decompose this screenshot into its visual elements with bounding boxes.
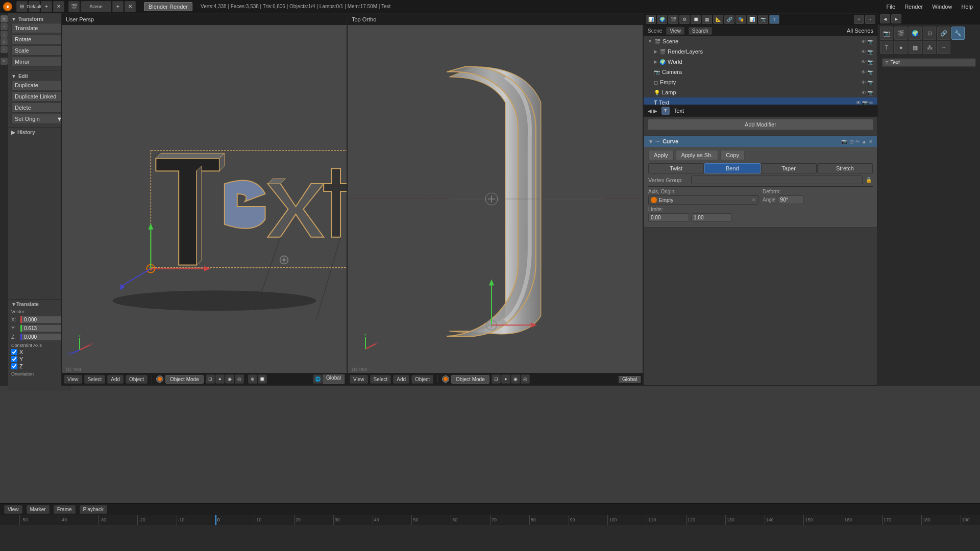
scene-render[interactable]: 📷 xyxy=(867,39,873,44)
timeline-marker-btn[interactable]: Marker xyxy=(27,505,50,514)
viewport-left[interactable]: User Persp xyxy=(61,13,347,386)
menu-file[interactable]: File xyxy=(882,3,899,11)
physics-tab-icon[interactable]: ~ xyxy=(1,46,8,53)
outliner-prop-icon-4[interactable]: ⚙ xyxy=(679,15,690,24)
scene-name[interactable]: Scene xyxy=(81,1,111,12)
camera-render-icon[interactable]: 📷 xyxy=(867,69,873,75)
create-tab-icon[interactable]: + xyxy=(1,23,8,30)
rprop-material-icon[interactable]: ● xyxy=(894,41,908,54)
history-header[interactable]: ▶ History — xyxy=(11,130,66,135)
remove-scene-icon[interactable]: ✕ xyxy=(125,1,136,12)
outliner-prop-icon-5[interactable]: 🔲 xyxy=(691,15,701,24)
vl-global-label[interactable]: Global xyxy=(323,374,345,384)
x-constraint-check[interactable] xyxy=(11,349,17,355)
apply-as-sh-button[interactable]: Apply as Sh. xyxy=(676,150,719,160)
rprop-physics-icon[interactable]: ~ xyxy=(937,41,950,54)
vl-rendered-btn[interactable]: ◎ xyxy=(235,374,244,384)
delete-button[interactable]: Delete xyxy=(11,103,66,113)
apply-button[interactable]: Apply xyxy=(648,150,674,160)
viewport-left-canvas[interactable]: X Y Z xyxy=(62,25,347,373)
vl-object-mode[interactable]: Object Mode xyxy=(165,375,204,384)
screen-layout-icon[interactable]: ⊞ xyxy=(16,1,28,12)
z-constraint-check[interactable] xyxy=(11,363,17,369)
modifier-viewport-icon[interactable]: ⊡ xyxy=(849,139,853,144)
outliner-item-world[interactable]: ▶ 🌍 World 👁 📷 xyxy=(644,57,877,67)
vl-select-btn[interactable]: Select xyxy=(84,375,106,384)
outliner-prop-icon-10[interactable]: 📊 xyxy=(747,15,757,24)
z-value-input[interactable] xyxy=(20,333,66,341)
tab-stretch[interactable]: Stretch xyxy=(817,163,873,173)
rprop-particles-icon[interactable]: ⁂ xyxy=(923,41,936,54)
outliner-item-renderlayers[interactable]: ▶ 🎬 RenderLayers 👁 📷 xyxy=(644,46,877,57)
vl-view-btn[interactable]: View xyxy=(64,375,82,384)
rprop-texture-icon[interactable]: ▦ xyxy=(909,41,922,54)
camera-eye[interactable]: 👁 xyxy=(861,69,866,75)
rprop-render-icon[interactable]: 📷 xyxy=(880,27,893,40)
tools-tab-icon[interactable]: T xyxy=(1,15,8,22)
outliner-prop-icon-2[interactable]: 🌍 xyxy=(657,15,667,24)
vr-add-btn[interactable]: Add xyxy=(393,375,409,384)
vl-snap-btn[interactable]: 🔲 xyxy=(258,374,267,384)
copy-button[interactable]: Copy xyxy=(720,150,745,160)
outliner-search-btn[interactable]: Search xyxy=(689,27,712,35)
outliner-item-scene[interactable]: ▼ 🎬 Scene 👁 📷 xyxy=(644,36,877,46)
rprop-object-icon[interactable]: ⊡ xyxy=(923,27,936,40)
rl-eye[interactable]: 👁 xyxy=(861,49,866,55)
viewport-right-canvas[interactable]: X Y xyxy=(348,25,643,373)
duplicate-button[interactable]: Duplicate xyxy=(11,80,66,90)
relations-tab-icon[interactable]: ↕ xyxy=(1,31,8,38)
translate-button[interactable]: Translate xyxy=(11,23,66,33)
rprop-constraints-icon[interactable]: 🔗 xyxy=(937,27,950,40)
outliner-prop-icon-1[interactable]: 📊 xyxy=(646,15,656,24)
outliner-prop-icon-9[interactable]: 🎭 xyxy=(736,15,746,24)
outliner-prop-icon-12[interactable]: T xyxy=(769,15,779,24)
outliner-prop-icon-7[interactable]: 📐 xyxy=(713,15,723,24)
grease-pencil-tab-icon[interactable]: ✏ xyxy=(1,58,8,65)
add-modifier-button[interactable]: Add Modifier xyxy=(648,119,873,130)
vl-object-btn[interactable]: Object xyxy=(126,375,148,384)
prop-obj-name-field[interactable]: T Text xyxy=(882,58,976,67)
text-eye[interactable]: 👁 xyxy=(856,100,861,105)
timeline-playhead[interactable] xyxy=(215,515,216,525)
menu-window[interactable]: Window xyxy=(928,3,956,11)
limit2-input[interactable] xyxy=(691,213,732,222)
outliner-prop-icon-8[interactable]: 🔗 xyxy=(724,15,734,24)
add-screen-icon[interactable]: + xyxy=(41,1,52,12)
menu-render[interactable]: Render xyxy=(900,3,927,11)
limit1-input[interactable] xyxy=(648,213,689,222)
timeline-canvas[interactable]: -50 -40 -30 -20 -10 0 10 20 30 40 50 60 … xyxy=(0,515,980,551)
y-constraint-check[interactable] xyxy=(11,356,17,362)
outliner-all-scenes[interactable]: All Scenes xyxy=(847,28,873,34)
remove-screen-icon[interactable]: ✕ xyxy=(53,1,64,12)
outliner-item-text[interactable]: T Text 👁 📷 ✏ xyxy=(644,97,877,105)
mirror-button[interactable]: Mirror xyxy=(11,57,66,67)
empty-render-icon[interactable]: 📷 xyxy=(867,80,873,85)
scene-eye[interactable]: 👁 xyxy=(861,39,866,44)
outliner-view-btn[interactable]: View xyxy=(666,27,684,35)
outliner-add-btn[interactable]: + xyxy=(854,15,864,24)
outliner-prop-icon-6[interactable]: ▦ xyxy=(702,15,712,24)
timeline-playback-btn[interactable]: Playback xyxy=(80,505,108,514)
vr-solid-btn[interactable]: ● xyxy=(501,374,510,384)
empty-eye[interactable]: 👁 xyxy=(861,80,866,85)
viewport-right[interactable]: Top Ortho xyxy=(347,13,643,386)
scene-icon[interactable]: 🎬 xyxy=(68,1,80,12)
vr-global-label[interactable]: Global xyxy=(619,376,641,383)
transform-header[interactable]: ▼ Transform — xyxy=(11,15,66,23)
vl-manipulator-btn[interactable]: ⊕ xyxy=(248,374,257,384)
outliner-remove-btn[interactable]: - xyxy=(865,15,875,24)
outliner-item-lamp[interactable]: 💡 Lamp 👁 📷 xyxy=(644,87,877,97)
vl-global-btn[interactable]: 🌐 xyxy=(313,374,322,384)
vertex-group-lock-icon[interactable]: 🔒 xyxy=(865,176,873,184)
set-origin-dropdown[interactable]: Set Origin ▼ xyxy=(11,114,66,124)
vr-view-btn[interactable]: View xyxy=(350,375,368,384)
outliner-prop-icon-11[interactable]: 📷 xyxy=(758,15,768,24)
duplicate-linked-button[interactable]: Duplicate Linked xyxy=(11,91,66,102)
vl-wireframe-btn[interactable]: ⊡ xyxy=(206,374,215,384)
vr-object-btn[interactable]: Object xyxy=(411,375,433,384)
vr-select-btn[interactable]: Select xyxy=(370,375,391,384)
text-edit-icon[interactable]: ✏ xyxy=(869,100,873,105)
tab-bend[interactable]: Bend xyxy=(704,163,760,173)
add-scene-icon[interactable]: + xyxy=(112,1,124,12)
lamp-eye[interactable]: 👁 xyxy=(861,90,866,95)
